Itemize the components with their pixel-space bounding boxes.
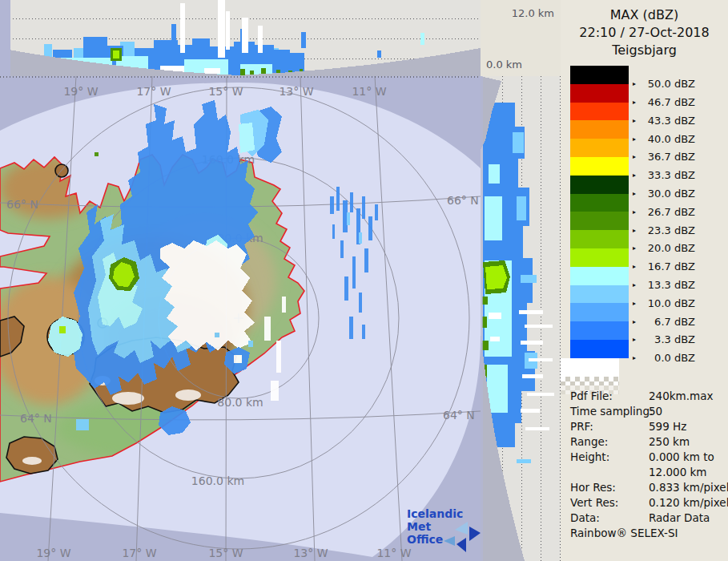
lat-label-right: 66° N [447, 194, 479, 207]
lat-label-left: 66° N [6, 198, 38, 211]
colorbar-swatch [570, 248, 629, 267]
metadata-value: 240km.max [649, 389, 713, 402]
colorbar-row: ▸ 16.7 dBZ [570, 248, 722, 267]
right-panel-left-margin [481, 76, 483, 561]
metadata-row: Time sampling:50 [570, 404, 726, 419]
product-datetime: 22:10 / 27-Oct-2018 [561, 24, 728, 42]
dbz-colorbar: ▸ 50.0 dBZ ▸ 46.7 dBZ ▸ 43.3 dBZ [570, 66, 722, 358]
lon-label-bottom: 15° W [208, 547, 243, 559]
metadata-row: Range:250 km [570, 434, 726, 450]
height-axis-max-label: 12.0 km [512, 7, 554, 19]
lon-label-bottom: 19° W [36, 547, 70, 559]
colorbar-swatch [570, 120, 629, 139]
metadata-label: Range: [570, 434, 649, 450]
colorbar-label: ▸ 0.0 dBZ [633, 352, 695, 365]
lon-label-top: 15° W [208, 85, 243, 98]
met-office-logo: Icelandic Met Office [407, 507, 481, 546]
lon-label-bottom: 17° W [122, 547, 156, 559]
lon-label-top: 19° W [63, 85, 98, 98]
metadata-row: Height:0.000 km to [570, 450, 726, 465]
metadata-label: Height: [570, 450, 649, 465]
colorbar-row: ▸ 3.3 dBZ [570, 321, 722, 340]
metadata-value: Radar Data [649, 511, 710, 524]
colorbar-row: ▸ 33.3 dBZ [570, 157, 722, 176]
colorbar-row: ▸ 6.7 dBZ [570, 303, 722, 321]
radar-map-panel: 19° W 17° W 15° W 13° W 11° W 19° W 17° … [0, 76, 481, 561]
metadata-value: 0.833 km/pixel [649, 481, 728, 494]
lon-label-bottom: 13° W [293, 547, 328, 559]
metadata-row: 12.000 km [570, 465, 726, 480]
colorbar-swatch [570, 285, 629, 304]
colorbar-row: ▸ 13.3 dBZ [570, 267, 722, 285]
colorbar-swatch [570, 212, 629, 230]
colorbar-row: ▸ 26.7 dBZ [570, 194, 722, 212]
metadata-value: 50 [649, 405, 662, 418]
metadata-value: 599 Hz [649, 420, 686, 433]
station-name: Teigsbjarg [561, 42, 728, 59]
lat-label-right: 64° N [443, 409, 475, 422]
colorbar-row: ▸ 50.0 dBZ [570, 66, 722, 84]
colorbar-row: ▸ 40.0 dBZ [570, 120, 722, 139]
metadata-row: PRF:599 Hz [570, 419, 726, 434]
colorbar-swatch [570, 157, 629, 176]
colorbar-arrow-icon: ▸ [633, 354, 641, 361]
metadata-label: PRF: [570, 419, 649, 434]
metadata-label: Vert Res: [570, 495, 649, 511]
lat-label-left: 64° N [20, 412, 52, 425]
colorbar-row: ▸ 36.7 dBZ [570, 139, 722, 157]
colorbar-swatch [570, 340, 629, 358]
software-brand: Rainbow® SELEX-SI [570, 526, 678, 541]
lon-label-bottom: 11° W [376, 547, 411, 559]
colorbar-transparent-cell [561, 377, 619, 385]
colorbar-swatch [570, 84, 629, 103]
metadata-label: Pdf File: [570, 389, 649, 404]
top-height-projection-panel [0, 0, 481, 76]
metadata-row: Vert Res:0.120 km/pixel [570, 495, 726, 511]
top-panel-left-margin [0, 0, 10, 76]
legend-panel: MAX (dBZ) 22:10 / 27-Oct-2018 Teigsbjarg… [561, 0, 728, 561]
metadata-row: Pdf File:240km.max [570, 389, 726, 404]
product-name: MAX (dBZ) [561, 6, 728, 24]
metadata-value: 250 km [649, 435, 690, 448]
met-office-logo-mark [440, 520, 481, 557]
colorbar-row: ▸ 10.0 dBZ [570, 285, 722, 304]
colorbar-row: ▸ 0.0 dBZ [570, 340, 722, 358]
metadata-row: Hor Res:0.833 km/pixel [570, 480, 726, 495]
metadata-label: Time sampling: [570, 404, 649, 419]
height-axis-min-label: 0.0 km [486, 59, 522, 71]
lon-label-top: 13° W [279, 85, 313, 98]
colorbar-swatch [570, 66, 629, 84]
product-metadata: Pdf File:240km.max Time sampling:50 PRF:… [570, 389, 726, 526]
height-axis-corner-box: 12.0 km 0.0 km [481, 0, 561, 76]
product-header: MAX (dBZ) 22:10 / 27-Oct-2018 Teigsbjarg [561, 0, 728, 59]
metadata-label: Hor Res: [570, 480, 649, 495]
colorbar-swatch [570, 194, 629, 212]
colorbar-swatch [570, 103, 629, 121]
colorbar-row: ▸ 20.0 dBZ [570, 230, 722, 248]
radar-display-window: { "header": { "product": "MAX (dBZ)", "d… [0, 0, 728, 561]
colorbar-swatch [570, 139, 629, 157]
lon-label-top: 17° W [136, 85, 171, 98]
metadata-label: Data: [570, 511, 649, 526]
colorbar-swatch [570, 321, 629, 340]
colorbar-row: ▸ 43.3 dBZ [570, 103, 722, 121]
metadata-row: Data:Radar Data [570, 511, 726, 526]
metadata-value: 12.000 km [649, 466, 707, 478]
metadata-value: 0.000 km to [649, 450, 714, 463]
colorbar-row: ▸ 30.0 dBZ [570, 176, 722, 194]
colorbar-swatch [570, 303, 629, 321]
colorbar-swatch [570, 267, 629, 285]
colorbar-row: ▸ 46.7 dBZ [570, 84, 722, 103]
lon-label-top: 11° W [352, 85, 386, 98]
colorbar-row: ▸ 23.3 dBZ [570, 212, 722, 230]
colorbar-white-cell [561, 358, 619, 377]
right-height-projection-panel [481, 76, 561, 561]
ring-label: 80.0 km [217, 396, 263, 409]
colorbar-swatch [570, 176, 629, 194]
metadata-value: 0.120 km/pixel [649, 496, 728, 509]
colorbar-swatch [570, 230, 629, 248]
ring-label: 160.0 km [191, 474, 244, 487]
